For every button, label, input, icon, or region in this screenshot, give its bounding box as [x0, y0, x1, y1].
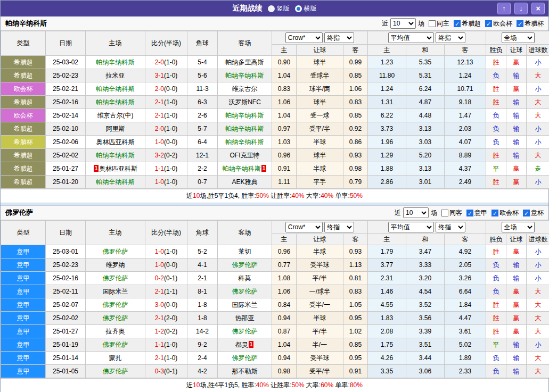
corner-score: 5-6 [187, 69, 218, 82]
filter-checkbox-label: 欧会杯 [499, 208, 519, 218]
fulltime-score: 3-2 [155, 152, 164, 159]
home-team-name: 蒙扎 [109, 354, 122, 362]
away-team-cell: 佛罗伦萨 [218, 325, 272, 338]
scope-select[interactable]: 全场 [502, 222, 535, 232]
europe-odds-2: 8.89 [445, 149, 486, 162]
europe-odds-1: 5.20 [406, 149, 445, 162]
near-count-select[interactable]: 10 [390, 18, 416, 29]
summary-segment: 场,胜4平1负5, 胜率: [200, 381, 256, 389]
bookmaker-select[interactable]: Crow* [285, 222, 323, 232]
handicap-odds-2: 0.98 [343, 162, 368, 176]
handicap-time-select[interactable]: 终指 [324, 222, 354, 232]
checked-checkbox-icon[interactable]: ✓ [485, 20, 492, 27]
europe-odds-2: 12.13 [445, 56, 486, 69]
near-count-select[interactable]: 10 [403, 207, 429, 218]
match-row: 欧会杯25-02-14维京古尔(中)2-1(1-0)2-6帕纳辛纳科斯1.04受… [1, 109, 549, 122]
filter-checkbox-希腊杯[interactable]: ✓希腊杯 [517, 19, 544, 28]
europe-odds-2: 5.02 [445, 338, 486, 352]
col-header-4: 角球 [187, 31, 218, 56]
corner-score: 8-1 [187, 285, 218, 298]
result-cell-0: 负 [486, 258, 506, 272]
corner-score: 2-6 [187, 109, 218, 122]
filter-checkbox-意杯[interactable]: ✓意杯 [523, 208, 544, 218]
europe-odds-2: 3.61 [445, 325, 486, 338]
bookmaker-select[interactable]: Crow* [285, 32, 323, 43]
away-team-cell: 帕纳多里高斯 [218, 56, 272, 69]
corner-score: 9-2 [187, 338, 218, 352]
checked-checkbox-icon[interactable]: ✓ [454, 20, 461, 27]
handicap-odds-2: 0.85 [343, 69, 368, 82]
filter-checkbox-欧会杯[interactable]: ✓欧会杯 [485, 19, 512, 28]
away-team-name: 科莫 [239, 274, 251, 282]
filter-checkbox-欧会杯[interactable]: ✓欧会杯 [491, 208, 519, 218]
filter-checkbox-label: 同主 [437, 19, 449, 28]
halftime-score: (1-0) [164, 178, 177, 186]
corner-score: 4-1 [187, 258, 218, 272]
sub-header-7: 让球 [506, 45, 527, 56]
europe-odds-0: 1.23 [368, 56, 406, 69]
match-date: 25-02-06 [46, 136, 86, 149]
europe-odds-2: 3.26 [445, 272, 486, 285]
team-name: 佛罗伦萨 [5, 208, 33, 218]
score-cell: 2-0(0-0) [145, 82, 187, 96]
result-cell-2: 大 [527, 352, 549, 365]
filter-checkbox-意甲[interactable]: ✓意甲 [466, 208, 487, 218]
result-cell-2: 大 [527, 312, 549, 325]
match-date: 25-02-10 [46, 122, 86, 136]
score-cell: 1-0(0-0) [145, 258, 187, 272]
handicap-time-select[interactable]: 终指 [324, 32, 354, 43]
horizontal-radio-icon[interactable] [295, 5, 302, 12]
unchecked-checkbox-icon[interactable] [429, 20, 436, 27]
europe-odds-2: 1.24 [445, 69, 486, 82]
checked-checkbox-icon[interactable]: ✓ [523, 210, 530, 216]
europe-odds-2: 4.47 [445, 312, 486, 325]
layout-horizontal-option[interactable]: 横版 [295, 4, 317, 13]
filter-checkbox-同客[interactable]: 同客 [441, 208, 462, 218]
fulltime-score: 1-1 [155, 165, 164, 172]
result-cell-0: 负 [486, 136, 506, 149]
move-up-button[interactable]: ↑ [497, 3, 511, 14]
score-cell: 1-0(1-0) [145, 245, 187, 258]
handicap-odds-2: 0.95 [343, 352, 368, 365]
home-team-cell: 阿里斯 [86, 122, 145, 136]
unchecked-checkbox-icon[interactable] [441, 210, 448, 216]
filter-checkbox-label: 希腊超 [462, 19, 481, 28]
scope-select[interactable]: 全场 [502, 32, 535, 43]
result-group-header: 全场 [486, 221, 549, 234]
close-button[interactable]: × [531, 3, 545, 14]
corner-score: 5-2 [187, 245, 218, 258]
result-cell-2: 小 [527, 272, 549, 285]
checked-checkbox-icon[interactable]: ✓ [466, 210, 473, 216]
checked-checkbox-icon[interactable]: ✓ [517, 20, 523, 27]
filter-checkbox-同主[interactable]: 同主 [429, 19, 449, 28]
europe-odds-group-header: 平均值 终指 [368, 221, 486, 234]
avg-select[interactable]: 平均值 [388, 32, 434, 43]
europe-odds-1: 5.35 [406, 56, 445, 69]
filter-checkbox-希腊超[interactable]: ✓希腊超 [454, 19, 481, 28]
europe-odds-1: 3.56 [406, 312, 445, 325]
move-down-button[interactable]: ↓ [514, 3, 528, 14]
europe-odds-0: 3.73 [368, 122, 406, 136]
avg-select[interactable]: 平均值 [388, 222, 434, 232]
europe-odds-1: 4.87 [406, 96, 445, 109]
europe-time-select[interactable]: 终指 [436, 222, 465, 232]
match-row: 意甲25-02-07佛罗伦萨3-0(0-0)1-8国际米兰0.84受半/一1.0… [1, 298, 549, 312]
europe-odds-1: 3.01 [406, 176, 445, 189]
match-date: 25-01-27 [46, 325, 86, 338]
home-team-cell: 拉米亚 [86, 69, 145, 82]
summary-segment: 50% [291, 381, 304, 389]
handicap-odds-1: 半球 [297, 162, 343, 176]
handicap-odds-2: 1.05 [343, 298, 368, 312]
sub-header-2: 客 [343, 45, 368, 56]
fulltime-score: 2-1 [155, 354, 164, 362]
europe-time-select[interactable]: 终指 [436, 32, 465, 43]
match-date: 25-02-14 [46, 109, 86, 122]
vertical-radio-icon[interactable] [268, 5, 275, 12]
home-team-cell: 拉齐奥 [86, 325, 145, 338]
layout-vertical-option[interactable]: 竖版 [268, 4, 290, 13]
fulltime-score: 2-1 [155, 112, 164, 119]
handicap-odds-2: 1.02 [343, 325, 368, 338]
checked-checkbox-icon[interactable]: ✓ [491, 210, 498, 216]
home-team-name: 佛罗伦萨 [103, 301, 128, 308]
result-cell-2: 小 [527, 82, 549, 96]
